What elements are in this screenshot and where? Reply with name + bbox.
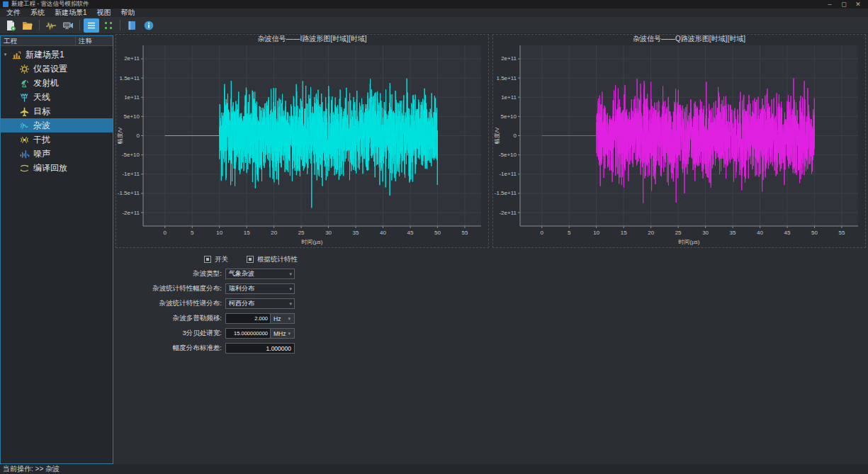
svg-text:2e+11: 2e+11 [501, 55, 517, 62]
i-channel-waveform: 05101520253035404550552e+111.5e+111e+115… [116, 35, 488, 247]
tree-item-interference[interactable]: 干扰 [1, 132, 113, 147]
clutter-type-row: 杂波类型: 气象杂波 ▾ [131, 269, 868, 279]
amplitude-std-label: 幅度分布标准差: [131, 344, 222, 353]
tree-item-label: 发射机 [33, 77, 59, 89]
tree-root-label: 新建场景1 [26, 49, 64, 61]
svg-text:30: 30 [325, 230, 332, 236]
tree-item-label: 目标 [33, 106, 50, 118]
content-area: 工程 注释 ▾ 新建场景1 仪器设置 发射机 [0, 34, 868, 464]
svg-text:-1e+11: -1e+11 [499, 171, 517, 177]
about-button[interactable] [141, 18, 157, 33]
svg-text:时间(µs): 时间(µs) [679, 239, 700, 245]
notebook-button[interactable] [124, 18, 140, 33]
switch-checkbox[interactable] [204, 256, 211, 263]
unit-value: Hz [274, 315, 281, 322]
simulation-device-button[interactable] [60, 18, 76, 33]
stats-checkbox[interactable] [247, 256, 254, 263]
clutter-settings-form: 开关 根据统计特性 杂波类型: 气象杂波 ▾ 杂波统计特性幅度分布: 瑞利分布 [113, 248, 868, 358]
chevron-down-icon: ▾ [289, 286, 294, 292]
svg-text:-2e+11: -2e+11 [122, 210, 140, 216]
titlebar: 新建工程 - 雷达信号模拟软件 – ◻ ✕ [0, 0, 868, 9]
menu-item-view[interactable]: 视图 [92, 9, 116, 17]
open-project-button[interactable] [20, 18, 35, 33]
layout-grid-button[interactable] [101, 18, 116, 33]
svg-text:45: 45 [407, 230, 414, 236]
project-tree: ▾ 新建场景1 仪器设置 发射机 天线 目标 [1, 46, 113, 463]
spectrum-distribution-label: 杂波统计特性谱分布: [131, 299, 222, 308]
new-project-button[interactable] [3, 18, 18, 33]
minimize-button[interactable]: – [823, 0, 837, 9]
svg-text:-1e+11: -1e+11 [122, 171, 140, 177]
svg-text:0: 0 [514, 132, 517, 139]
maximize-button[interactable]: ◻ [837, 0, 851, 9]
svg-text:35: 35 [730, 230, 736, 236]
svg-text:25: 25 [675, 230, 682, 236]
doppler-shift-unit-select[interactable]: Hz ▾ [271, 313, 295, 324]
amplitude-std-input[interactable] [225, 343, 295, 354]
bandwidth-3db-unit-select[interactable]: MHz ▾ [271, 328, 295, 339]
tree-item-antenna[interactable]: 天线 [1, 90, 113, 104]
svg-text:20: 20 [271, 230, 277, 236]
airplane-icon [19, 106, 30, 117]
checkbox-mark [249, 258, 252, 261]
statusbar-text: 当前操作: >> 杂波 [3, 464, 60, 474]
close-button[interactable]: ✕ [851, 0, 865, 9]
chevron-down-icon: ▾ [289, 301, 294, 307]
svg-text:5: 5 [568, 230, 571, 236]
clutter-type-select[interactable]: 气象杂波 ▾ [225, 269, 295, 279]
new-file-icon [5, 20, 16, 31]
tree-item-label: 仪器设置 [33, 63, 67, 75]
tree-root-scene[interactable]: ▾ 新建场景1 [1, 47, 113, 62]
doppler-shift-row: 杂波多普勒频移: Hz ▾ [131, 313, 868, 324]
tree-item-transmitter[interactable]: 发射机 [1, 76, 113, 90]
tree-item-clutter[interactable]: 杂波 [1, 118, 113, 132]
svg-text:5e+10: 5e+10 [501, 113, 517, 120]
svg-text:10: 10 [216, 230, 222, 236]
svg-text:50: 50 [811, 230, 818, 236]
tree-item-replay[interactable]: 编译回放 [1, 161, 113, 175]
tree-item-noise[interactable]: 噪声 [1, 147, 113, 161]
svg-text:幅度/V: 幅度/V [117, 127, 123, 144]
tree-column-project: 工程 [1, 36, 76, 45]
menu-item-scene[interactable]: 新建场景1 [50, 9, 92, 17]
amplitude-distribution-row: 杂波统计特性幅度分布: 瑞利分布 ▾ [131, 283, 868, 294]
spectrum-distribution-select[interactable]: 柯西分布 ▾ [225, 298, 295, 309]
window-title: 新建工程 - 雷达信号模拟软件 [11, 0, 89, 9]
svg-text:杂波信号——Q路波形图[时域][时域]: 杂波信号——Q路波形图[时域][时域] [633, 35, 745, 43]
tree-column-comment: 注释 [76, 36, 92, 45]
svg-text:-2e+11: -2e+11 [499, 210, 517, 216]
select-value: 柯西分布 [229, 299, 254, 308]
checkbox-row: 开关 根据统计特性 [204, 255, 868, 264]
toolbar-separator [79, 20, 80, 30]
svg-text:时间(µs): 时间(µs) [302, 239, 323, 245]
svg-text:-5e+10: -5e+10 [499, 152, 517, 158]
svg-text:40: 40 [380, 230, 386, 236]
amplitude-distribution-select[interactable]: 瑞利分布 ▾ [225, 283, 295, 294]
menu-item-help[interactable]: 帮助 [116, 9, 140, 17]
bandwidth-3db-row: 3分贝处谱宽: MHz ▾ [131, 328, 868, 339]
parameter-list-button[interactable] [84, 18, 99, 33]
svg-text:1.5e+11: 1.5e+11 [496, 75, 517, 81]
menubar: 文件 系统 新建场景1 视图 帮助 [0, 9, 868, 17]
svg-text:40: 40 [757, 230, 763, 236]
interference-icon [19, 135, 30, 145]
menu-item-system[interactable]: 系统 [26, 9, 50, 17]
svg-text:35: 35 [353, 230, 359, 236]
spectrum-distribution-row: 杂波统计特性谱分布: 柯西分布 ▾ [131, 298, 868, 309]
doppler-shift-input[interactable] [225, 313, 271, 324]
chevron-down-icon: ▾ [288, 316, 293, 322]
q-channel-waveform: 05101520253035404550552e+111.5e+111e+115… [493, 35, 865, 247]
signal-waveform-button[interactable] [43, 18, 59, 33]
clutter-wave-icon [19, 120, 30, 131]
svg-text:-1.5e+11: -1.5e+11 [495, 190, 517, 196]
tree-item-target[interactable]: 目标 [1, 104, 113, 118]
bandwidth-3db-input[interactable] [225, 328, 271, 339]
tree-item-label: 天线 [33, 91, 50, 103]
menu-item-file[interactable]: 文件 [1, 9, 26, 17]
svg-text:55: 55 [461, 230, 468, 236]
tree-item-instrument-settings[interactable]: 仪器设置 [1, 62, 113, 76]
app-window: 新建工程 - 雷达信号模拟软件 – ◻ ✕ 文件 系统 新建场景1 视图 帮助 [0, 0, 868, 474]
expander-icon[interactable]: ▾ [3, 52, 8, 57]
tree-item-label: 编译回放 [33, 162, 67, 174]
noise-bars-icon [19, 149, 30, 159]
